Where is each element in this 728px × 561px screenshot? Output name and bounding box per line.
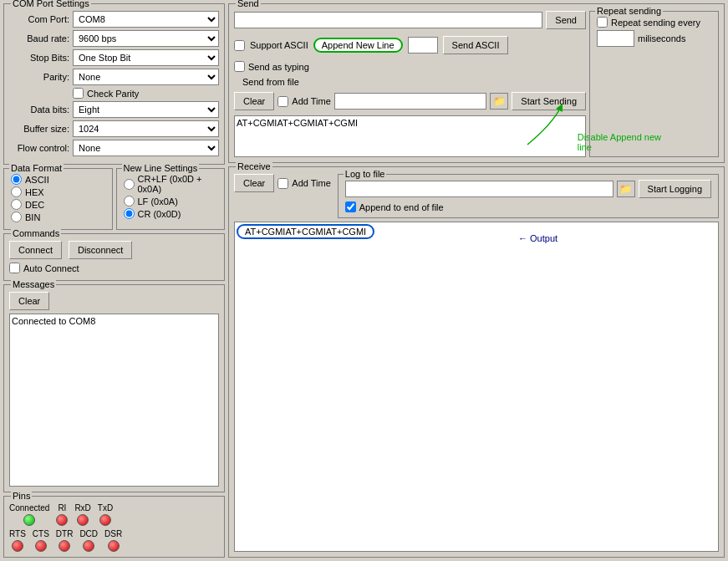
num-input[interactable]: 65 bbox=[408, 37, 438, 54]
flow-control-select[interactable]: None bbox=[73, 140, 219, 156]
ascii-radio[interactable] bbox=[11, 174, 22, 185]
crlf-radio[interactable] bbox=[124, 179, 135, 190]
send-as-typing-checkbox[interactable] bbox=[234, 61, 245, 72]
add-time-checkbox[interactable] bbox=[277, 96, 288, 107]
rxd-led bbox=[77, 514, 89, 526]
support-ascii-checkbox[interactable] bbox=[234, 40, 245, 51]
dsr-pin-label: DSR bbox=[104, 529, 122, 538]
send-area: AT+CGMIAT+CGMIAT+CGMI bbox=[234, 115, 586, 157]
baud-rate-label: Baud rate: bbox=[9, 33, 69, 43]
log-file-browse-button[interactable]: 📁 bbox=[617, 181, 635, 197]
send-ascii-button[interactable]: Send ASCII bbox=[443, 36, 509, 54]
start-logging-button[interactable]: Start Logging bbox=[639, 180, 711, 198]
append-to-end-label: Append to end of file bbox=[359, 202, 444, 212]
send-file-browse-button[interactable]: 📁 bbox=[490, 93, 508, 110]
disconnect-button[interactable]: Disconnect bbox=[69, 241, 132, 259]
messages-content: Connected to COM8 bbox=[12, 316, 95, 326]
parity-select[interactable]: None bbox=[73, 69, 219, 85]
log-file-input[interactable] bbox=[345, 181, 613, 197]
bin-label: BIN bbox=[25, 212, 40, 222]
cr-radio[interactable] bbox=[124, 208, 135, 219]
buffer-size-select[interactable]: 1024 bbox=[73, 120, 219, 137]
hex-label: HEX bbox=[25, 187, 44, 197]
receive-title: Receive bbox=[236, 161, 272, 171]
data-format-title: Data Format bbox=[9, 163, 64, 173]
lf-radio[interactable] bbox=[124, 196, 135, 207]
rts-pin-label: RTS bbox=[9, 529, 26, 538]
send-from-file-label: Send from file bbox=[242, 77, 299, 87]
messages-clear-button[interactable]: Clear bbox=[9, 292, 49, 310]
ascii-label: ASCII bbox=[25, 175, 49, 185]
dcd-pin-label: DCD bbox=[79, 529, 98, 538]
dcd-led bbox=[83, 540, 94, 552]
cr-label: CR (0x0D) bbox=[138, 209, 181, 219]
cts-pin-label: CTS bbox=[33, 529, 49, 538]
add-time-label: Add Time bbox=[292, 96, 330, 106]
buffer-size-label: Buffer size: bbox=[9, 124, 69, 134]
auto-connect-checkbox[interactable] bbox=[9, 263, 20, 273]
stop-bits-label: Stop Bits: bbox=[9, 53, 69, 63]
data-bits-label: Data bits: bbox=[9, 105, 69, 115]
dec-radio[interactable] bbox=[11, 199, 22, 210]
ri-pin-label: RI bbox=[58, 503, 66, 513]
support-ascii-label: Support ASCII bbox=[250, 40, 308, 50]
receive-area: AT+CGMIAT+CGMIAT+CGMI bbox=[234, 222, 719, 552]
receive-add-time-label: Add Time bbox=[292, 178, 330, 188]
com-port-settings-title: COM Port Settings bbox=[11, 0, 91, 8]
repeat-sending-checkbox[interactable] bbox=[597, 17, 608, 28]
dec-label: DEC bbox=[25, 200, 44, 210]
send-file-input[interactable] bbox=[334, 93, 487, 110]
messages-title: Messages bbox=[11, 279, 56, 289]
repeat-sending-label: Repeat sending every bbox=[611, 18, 700, 28]
data-bits-select[interactable]: Eight bbox=[73, 101, 219, 118]
txd-led bbox=[99, 514, 111, 526]
repeat-sending-title: Repeat sending bbox=[595, 6, 663, 16]
send-title: Send bbox=[236, 0, 261, 8]
check-parity-checkbox[interactable] bbox=[73, 88, 84, 99]
ms-label: miliseconds bbox=[638, 33, 685, 43]
connected-pin-label: Connected bbox=[9, 503, 49, 513]
dtr-pin-label: DTR bbox=[56, 529, 74, 538]
ri-led bbox=[56, 514, 68, 526]
lf-label: LF (0x0A) bbox=[138, 196, 178, 207]
messages-area: Connected to COM8 bbox=[9, 314, 219, 487]
auto-connect-label: Auto Connect bbox=[23, 263, 79, 273]
dsr-led bbox=[108, 540, 120, 552]
receive-clear-button[interactable]: Clear bbox=[234, 174, 274, 192]
log-to-file-title: Log to file bbox=[344, 169, 387, 179]
com-port-select[interactable]: COM8 bbox=[73, 11, 219, 28]
dtr-led bbox=[59, 540, 70, 552]
send-button[interactable]: Send bbox=[546, 11, 586, 29]
receive-content: AT+CGMIAT+CGMIAT+CGMI bbox=[237, 224, 374, 239]
rxd-pin-label: RxD bbox=[74, 503, 90, 513]
append-new-line-button[interactable]: Append New Line bbox=[313, 38, 403, 53]
cts-led bbox=[35, 540, 47, 552]
new-line-settings-title: New Line Settings bbox=[122, 163, 200, 173]
txd-pin-label: TxD bbox=[98, 503, 113, 513]
stop-bits-select[interactable]: One Stop Bit bbox=[73, 49, 219, 66]
pins-title: Pins bbox=[11, 491, 32, 501]
send-as-typing-label: Send as typing bbox=[248, 62, 309, 72]
baud-rate-select[interactable]: 9600 bps bbox=[73, 30, 219, 47]
crlf-label: CR+LF (0x0D + 0x0A) bbox=[138, 174, 218, 194]
send-input[interactable]: AT+CGMI bbox=[234, 12, 542, 28]
com-port-label: Com Port: bbox=[9, 14, 69, 24]
connected-led bbox=[23, 514, 35, 526]
start-sending-button[interactable]: Start Sending bbox=[512, 92, 586, 110]
flow-control-label: Flow control: bbox=[9, 143, 69, 153]
connect-button[interactable]: Connect bbox=[9, 241, 62, 259]
hex-radio[interactable] bbox=[11, 186, 22, 197]
send-clear-button[interactable]: Clear bbox=[234, 92, 274, 110]
receive-add-time-checkbox[interactable] bbox=[277, 178, 288, 189]
rts-led bbox=[12, 540, 23, 552]
append-to-end-checkbox[interactable] bbox=[345, 201, 356, 212]
send-area-content: AT+CGMIAT+CGMIAT+CGMI bbox=[237, 118, 358, 128]
commands-title: Commands bbox=[11, 228, 61, 238]
parity-label: Parity: bbox=[9, 72, 69, 82]
check-parity-label: Check Parity bbox=[87, 89, 139, 99]
repeat-interval-input[interactable]: 1000 bbox=[597, 30, 634, 47]
bin-radio[interactable] bbox=[11, 212, 22, 222]
